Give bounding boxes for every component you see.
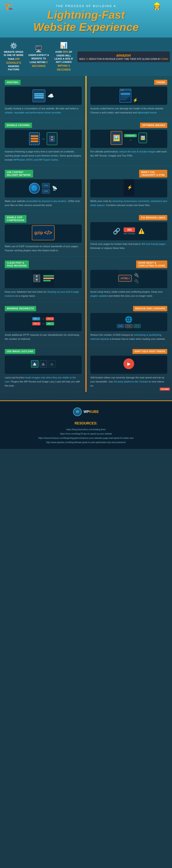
minify-visual: ⚡: [90, 179, 167, 197]
row-cdn-minify: USE CONTENTDELIVERY NETWORK 🌐 CDN CDN 📡 …: [0, 166, 172, 211]
redirect-image: URL A → URL B URL B → URL C: [32, 313, 54, 330]
crane-left-icon: 🏗️: [4, 2, 13, 10]
gear-stat-icon: ⚙️: [3, 42, 24, 49]
html-tag: <HTML>: [118, 275, 132, 282]
compress-arrows: compress →: [124, 134, 137, 142]
photo-icon: 🖼️: [113, 134, 120, 142]
header-title: Lightning-Fast Website Experience: [4, 9, 168, 33]
plugin-icons: 🔌 🔌: [134, 273, 139, 284]
wpkube-w: W: [76, 410, 79, 414]
lazy-img-icon-1: 🏔️: [32, 362, 37, 366]
resource-link-1[interactable]: https://blog.kissmetrics.com/loading-tim…: [4, 428, 168, 432]
resource-link-4[interactable]: http://www.wpkube.com/blog/ultimate-guid…: [4, 440, 168, 444]
dns-item-1: DNS: [117, 324, 124, 328]
amazon-text: SEES 1% REDUCTION IN REVENUE EVERY TIME …: [79, 58, 168, 60]
dns-icon: 🌐: [125, 316, 132, 323]
dns-item-3: DNS: [133, 324, 141, 328]
redirects-visual: URL A → URL B URL B → URL C: [5, 313, 82, 331]
server-icon: [32, 89, 45, 102]
cdn-servers: CDN CDN: [42, 183, 50, 193]
main-content: HOSTING ☁️ Quality hosting is a foundati: [0, 76, 172, 400]
url-c: URL C: [46, 322, 54, 326]
row-gzip-links: ENABLE GZIPCOMPRESSION gzip </> Make use…: [0, 211, 172, 257]
server-bar-1: [34, 93, 44, 95]
stat-expect-text: USERS EXPECT A WEBSITE TO LOAD WITHIN 2 …: [28, 54, 49, 68]
cache-arrow: →: [41, 136, 45, 141]
resources-title: Resources:: [4, 422, 168, 425]
browser-dot-red: [121, 90, 121, 91]
amazon-logo: amazon: [79, 53, 168, 58]
lazyload-label: USE IMAGE LAZYLOAD: [5, 349, 35, 354]
hosting-visual: ☁️: [5, 87, 82, 105]
code-image: ⚡: [124, 179, 134, 196]
lazy-img-icon-2: 🏔️: [41, 362, 46, 366]
cdn-server-1: CDN: [42, 183, 50, 188]
server-bar-3: [34, 97, 44, 98]
browser-dot-yellow: [122, 90, 123, 91]
worker-icon: 👷: [153, 2, 161, 10]
lazyload-text: LazyLoad function loads images only when…: [5, 376, 82, 388]
heavy-plugins-visual: <HTML> 🔌 🔌: [90, 270, 167, 288]
videos-visual: ▶ YouTube: [90, 355, 167, 374]
optimise-visual: 🖼️ compress → 🖼️: [90, 130, 167, 148]
code-minify-arrow: ⚡: [127, 185, 132, 190]
content-line-1: [121, 93, 130, 95]
resources-links[interactable]: https://blog.kissmetrics.com/loading-tim…: [4, 428, 168, 444]
section-hosting: HOSTING ☁️ Quality hosting is a foundati: [0, 76, 86, 119]
stat-speed-text: WEBSITE SPEED IS ONE OF MORE THAN 200 GO…: [3, 51, 24, 71]
chart-stat-icon: 📊: [53, 42, 74, 49]
row-hosting-theme: HOSTING ☁️ Quality hosting is a foundati: [0, 76, 172, 119]
stat-expect: 🖥️ USERS EXPECT A WEBSITE TO LOAD WITHIN…: [27, 45, 50, 68]
broken-chain-icon: 🔗: [113, 228, 120, 235]
404-label: 404: [124, 227, 135, 232]
dns-image: 🌐 DNS DNS DNS: [117, 313, 140, 331]
revision-items: [43, 275, 54, 281]
resources-section: W WPKUBE Resources: https://blog.kissmet…: [0, 400, 172, 449]
resource-link-2[interactable]: https://moz.com/blog/15-tips-to-speed-up…: [4, 432, 168, 436]
header: 🏗️ 👷 The Process of Building a Lightning…: [0, 0, 172, 37]
photo-frame: 🖼️: [110, 131, 122, 145]
header-title-line2: Website Experience: [33, 21, 139, 33]
lazyload-visual: 🏔️ 🏔️ 🏔️: [5, 355, 82, 374]
dns-text: Reduce the number of DNS lookups by mini…: [90, 333, 167, 341]
stat-leave-text: OVER 40% OF USERS WILL LEAVE A SITE IF N…: [53, 50, 74, 71]
broken-links-visual: 🔗 404 NOT FOUND ⚠️: [90, 222, 167, 240]
lazy-img-1: 🏔️: [31, 360, 39, 368]
wpkube-brand: W WPKUBE: [4, 405, 168, 418]
redirect-row-2: URL B → URL C: [32, 322, 54, 326]
resource-link-3[interactable]: https://www.techwyse.com/blog/infographi…: [4, 436, 168, 440]
row-redirects-dns: MINIMISE REDIRECTS URL A → URL B URL B: [0, 302, 172, 345]
heavy-plugins-label: AVOID HEAVY &CONFLICTING PLUGINS: [136, 260, 167, 268]
section-dns: REDUCE DNS LOOKUPS 🌐 DNS DNS DNS: [86, 302, 172, 345]
redirects-heading: MINIMISE REDIRECTS: [5, 306, 82, 311]
redirect-row-1: URL A → URL B: [32, 317, 54, 321]
theme-browser-1: [120, 89, 131, 103]
caching-label: ENABLE CACHING: [5, 123, 32, 128]
broken-links-label: FIX BROKEN LINKS: [139, 215, 167, 220]
content-line-2: [121, 96, 130, 97]
broken-links-label-container: FIX BROKEN LINKS: [90, 215, 167, 220]
dns-lookup-items: DNS DNS DNS: [117, 324, 140, 328]
theme-visual: ⚡: [90, 87, 167, 105]
videos-text: Self-hosted videos can severely damage t…: [90, 376, 167, 388]
404-badge: 404 NOT FOUND: [124, 227, 135, 235]
monitor-stat-icon: 🖥️: [28, 45, 49, 53]
redirects-text: Avoid additional HTTP requests & user di…: [5, 333, 82, 341]
section-optimise-images: OPTIMISE IMAGES 🖼️ compress →: [86, 119, 172, 165]
row-caching-images: ENABLE CACHING → 🗄️: [0, 119, 172, 166]
minify-text: Minify your code by removing unnecessary…: [90, 199, 167, 207]
compress-label: compress: [124, 134, 137, 137]
url-b-2: URL B: [32, 322, 41, 326]
cache-server: 🗄️: [47, 132, 57, 145]
revision-bar-2: [43, 277, 54, 279]
content-line-4: [121, 99, 126, 100]
redirects-label: MINIMISE REDIRECTS: [5, 306, 36, 311]
section-theme: THEME: [86, 76, 172, 119]
section-videos: DON'T SELF-HOST VIDEOS ▶ YouTube Self-ho…: [86, 345, 172, 392]
heavy-plugins-label-container: AVOID HEAVY &CONFLICTING PLUGINS: [90, 260, 167, 268]
stats-bar: ⚙️ WEBSITE SPEED IS ONE OF MORE THAN 200…: [0, 37, 172, 76]
minify-label: MINIFY CSS,JAVASCRIPT & HTML: [139, 170, 167, 178]
gzip-label: ENABLE GZIPCOMPRESSION: [5, 215, 26, 223]
database-icon: 🗄️: [49, 136, 55, 142]
cdn-visual: 🌐 CDN CDN 📡: [5, 179, 82, 197]
